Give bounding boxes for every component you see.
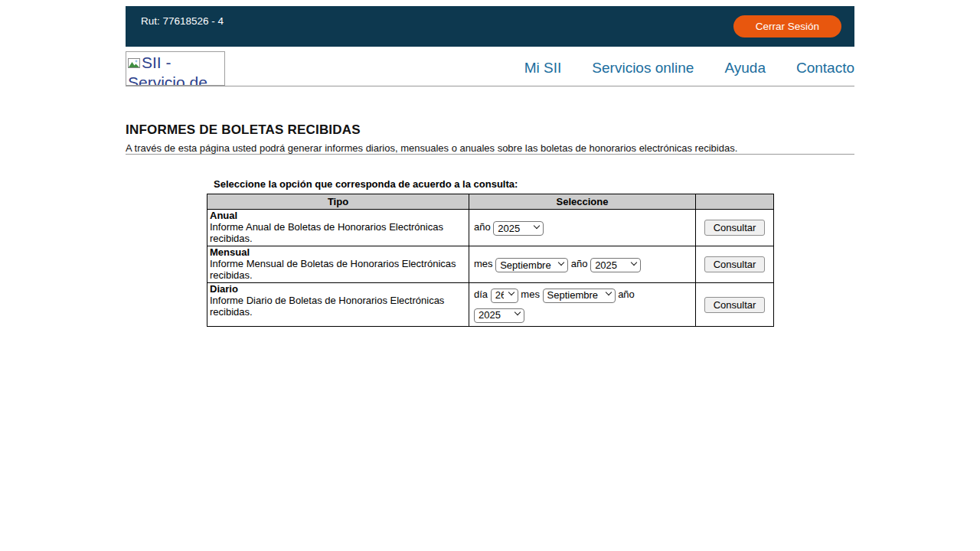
- table-row-diario: Diario Informe Diario de Boletas de Hono…: [207, 283, 774, 327]
- content-column: Rut: 77618526 - 4 Cerrar Sesión SII - Se…: [126, 0, 854, 327]
- diario-dia-select[interactable]: 26: [491, 289, 518, 303]
- diario-mes-select[interactable]: Septiembre: [543, 289, 616, 303]
- row-desc-diario: Informe Diario de Boletas de Honorarios …: [210, 295, 444, 318]
- diario-dia-label: día: [474, 289, 488, 300]
- consulta-caption: Seleccione la opción que corresponda de …: [207, 178, 854, 190]
- main-nav: Mi SII Servicios online Ayuda Contacto: [524, 60, 854, 77]
- mensual-ano-label: año: [571, 258, 588, 269]
- diario-mes-label: mes: [521, 289, 540, 300]
- row-title-diario: Diario: [210, 283, 238, 295]
- anual-ano-label: año: [474, 221, 491, 233]
- nav-link-servicios-online[interactable]: Servicios online: [592, 60, 694, 77]
- page-description: A través de esta página usted podrá gene…: [126, 142, 854, 154]
- session-bar: Rut: 77618526 - 4 Cerrar Sesión: [126, 6, 854, 47]
- diario-dia-select-wrap: 26: [491, 285, 518, 305]
- nav-link-ayuda[interactable]: Ayuda: [724, 60, 766, 77]
- anual-ano-select-wrap: 2025: [493, 219, 544, 238]
- table-row-anual: Anual Informe Anual de Boletas de Honora…: [207, 210, 774, 246]
- diario-ano-label: año: [618, 289, 635, 300]
- anual-ano-select[interactable]: 2025: [493, 221, 544, 236]
- row-title-mensual: Mensual: [210, 246, 250, 258]
- header-divider: [126, 86, 854, 86]
- consultar-mensual-button[interactable]: Consultar: [704, 256, 766, 272]
- consultar-diario-button[interactable]: Consultar: [704, 297, 766, 313]
- consultar-anual-button[interactable]: Consultar: [704, 220, 766, 236]
- diario-ano-select-wrap: 2025: [474, 305, 524, 324]
- table-row-mensual: Mensual Informe Mensual de Boletas de Ho…: [207, 246, 774, 283]
- rut-text: Rut: 77618526 - 4: [141, 15, 224, 27]
- nav-link-mi-sii[interactable]: Mi SII: [524, 60, 562, 77]
- column-header-accion: [696, 194, 774, 210]
- mensual-ano-select[interactable]: 2025: [590, 258, 641, 272]
- logout-button[interactable]: Cerrar Sesión: [733, 15, 841, 37]
- page-title: INFORMES DE BOLETAS RECIBIDAS: [126, 122, 854, 138]
- row-title-anual: Anual: [210, 210, 237, 221]
- header-row: SII - Servicio de Mi SII Servicios onlin…: [126, 51, 854, 86]
- diario-ano-select[interactable]: 2025: [474, 308, 524, 323]
- consulta-section: Seleccione la opción que corresponda de …: [207, 178, 854, 327]
- table-header-row: Tipo Seleccione: [207, 194, 774, 210]
- mensual-mes-select[interactable]: Septiembre: [495, 258, 568, 272]
- row-desc-mensual: Informe Mensual de Boletas de Honorarios…: [210, 258, 456, 281]
- section-divider: [126, 154, 854, 155]
- mensual-mes-label: mes: [474, 258, 493, 269]
- row-desc-anual: Informe Anual de Boletas de Honorarios E…: [210, 221, 443, 244]
- diario-mes-select-wrap: Septiembre: [543, 285, 616, 305]
- column-header-seleccione: Seleccione: [469, 194, 696, 210]
- consulta-table: Tipo Seleccione Anual Informe Anual de B…: [207, 194, 774, 327]
- sii-logo-broken-image[interactable]: SII - Servicio de: [126, 51, 225, 86]
- column-header-tipo: Tipo: [207, 194, 469, 210]
- mensual-ano-select-wrap: 2025: [590, 256, 641, 275]
- nav-link-contacto[interactable]: Contacto: [796, 60, 854, 77]
- mensual-mes-select-wrap: Septiembre: [495, 256, 568, 275]
- broken-image-icon: [128, 57, 140, 70]
